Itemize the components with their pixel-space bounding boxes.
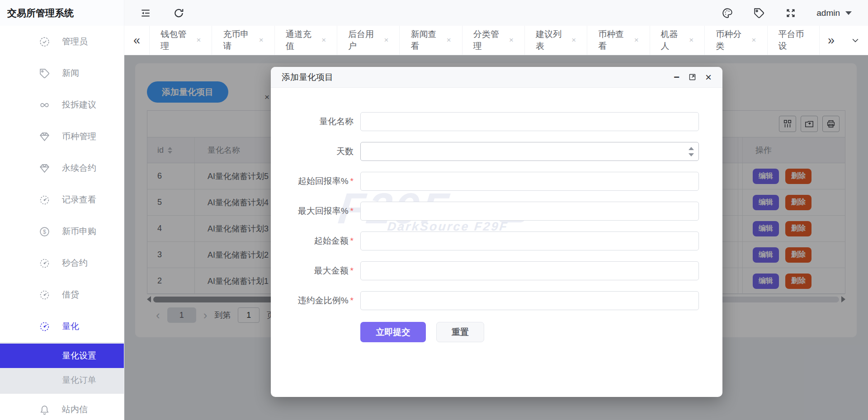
- step-down-icon: [689, 153, 694, 156]
- tab-close-icon[interactable]: ×: [634, 36, 639, 45]
- tab-deposit-apply[interactable]: 充币申请×: [212, 26, 274, 55]
- tab-backend-users[interactable]: 后台用户×: [337, 26, 400, 55]
- days-input[interactable]: [360, 142, 699, 161]
- sidebar-item-label: 量化: [62, 321, 79, 332]
- sidebar-item-label: 新闻: [62, 67, 79, 79]
- tab-close-icon[interactable]: ×: [259, 36, 264, 45]
- user-name: admin: [816, 8, 840, 18]
- form-row-penalty-ratio: 违约金比例%*: [271, 291, 722, 310]
- tab-close-icon[interactable]: ×: [384, 36, 388, 45]
- gauge-icon: [39, 289, 50, 301]
- tab-coin-category[interactable]: 币种分类×: [705, 26, 767, 55]
- form-row-start-amount: 起始金额*: [271, 231, 722, 250]
- bell-icon: [39, 404, 50, 415]
- form-row-quant-name: 量化名称*: [271, 112, 722, 131]
- tab-category-mgmt[interactable]: 分类管理×: [462, 26, 525, 55]
- sidebar-item-new-coin[interactable]: $ 新币申购: [0, 216, 124, 247]
- sidebar-item-coin-mgmt[interactable]: 币种管理: [0, 121, 124, 152]
- sidebar-item-label: 新币申购: [62, 226, 96, 237]
- tab-close-icon[interactable]: ×: [689, 36, 693, 45]
- tab-close-icon[interactable]: ×: [571, 36, 576, 45]
- submit-button[interactable]: 立即提交: [360, 322, 426, 342]
- tab-close-icon[interactable]: ×: [509, 36, 514, 45]
- svg-text:$: $: [43, 229, 46, 235]
- theme-palette-icon[interactable]: [722, 7, 733, 19]
- app-logo: 交易所管理系统: [0, 0, 124, 26]
- submenu-item-quant-settings[interactable]: 量化设置: [0, 344, 124, 368]
- sidebar: 交易所管理系统 管理员 新闻 投拆建议 币种管理 永续合约 记录查看 $ 新币申…: [0, 0, 124, 420]
- field-label: 天数: [336, 146, 354, 156]
- gauge-icon: [39, 321, 50, 332]
- tabs-scroll-left-icon[interactable]: «: [124, 26, 150, 55]
- collapse-sidebar-icon[interactable]: [140, 7, 151, 19]
- refresh-icon[interactable]: [173, 7, 185, 19]
- field-label: 最大金额: [314, 266, 349, 275]
- minimize-icon[interactable]: −: [674, 74, 679, 81]
- sidebar-item-label: 借贷: [62, 289, 79, 301]
- gem-icon: [39, 163, 50, 174]
- sidebar-item-site-mail[interactable]: 站内信: [0, 394, 124, 420]
- tab-platform-coin[interactable]: 平台币设: [768, 26, 820, 55]
- sidebar-item-news[interactable]: 新闻: [0, 57, 124, 89]
- sidebar-item-perpetual[interactable]: 永续合约: [0, 152, 124, 184]
- gem-icon: [39, 131, 50, 142]
- user-menu[interactable]: admin: [816, 8, 852, 18]
- tabs-scroll-right-icon[interactable]: »: [820, 26, 843, 55]
- tab-close-icon[interactable]: ×: [752, 36, 756, 45]
- tab-robot[interactable]: 机器人×: [650, 26, 705, 55]
- gauge-icon: [39, 194, 50, 206]
- field-label: 起始回报率%: [298, 176, 349, 186]
- top-header: admin: [124, 0, 868, 26]
- badge-check-icon: [39, 36, 50, 47]
- tab-coin-view[interactable]: 币种查看×: [587, 26, 650, 55]
- tab-wallet-mgmt[interactable]: 钱包管理×: [150, 26, 212, 55]
- fullscreen-icon[interactable]: [785, 7, 797, 19]
- maximize-icon[interactable]: [689, 73, 696, 81]
- sidebar-item-label: 管理员: [62, 36, 88, 47]
- start-return-rate-input[interactable]: [360, 172, 699, 191]
- sidebar-item-label: 秒合约: [62, 257, 88, 269]
- tab-bar: « 钱包管理× 充币申请× 通道充值× 后台用户× 新闻查看× 分类管理× 建议…: [124, 26, 868, 55]
- quant-submenu: 量化设置 量化订单: [0, 342, 124, 394]
- modal-title: 添加量化项目: [282, 71, 333, 83]
- add-quant-project-modal: 添加量化项目 − × F29F DarkSource F29F 量化名称* 天数…: [271, 67, 722, 397]
- tag-icon[interactable]: [753, 7, 765, 19]
- field-label: 违约金比例%: [298, 296, 349, 305]
- max-amount-input[interactable]: [360, 261, 699, 280]
- sidebar-item-quant[interactable]: 量化: [0, 311, 124, 342]
- sidebar-item-records[interactable]: 记录查看: [0, 184, 124, 216]
- penalty-ratio-input[interactable]: [360, 291, 699, 310]
- form-row-start-return: 起始回报率%*: [271, 172, 722, 191]
- chevron-down-icon: [845, 11, 852, 15]
- dollar-icon: $: [39, 226, 50, 237]
- close-icon[interactable]: ×: [705, 73, 712, 81]
- link-icon: [39, 99, 50, 111]
- start-amount-input[interactable]: [360, 231, 699, 250]
- sidebar-item-label: 永续合约: [62, 162, 96, 174]
- tab-close-icon[interactable]: ×: [447, 36, 451, 45]
- field-label: 起始金额: [314, 236, 349, 245]
- sidebar-item-suggestions[interactable]: 投拆建议: [0, 89, 124, 121]
- field-label: 量化名称: [319, 117, 354, 126]
- sidebar-item-second-contract[interactable]: 秒合约: [0, 247, 124, 279]
- tab-close-icon[interactable]: ×: [321, 36, 326, 45]
- tab-news-view[interactable]: 新闻查看×: [400, 26, 462, 55]
- tab-suggestion-list[interactable]: 建议列表×: [525, 26, 587, 55]
- tab-channel-recharge[interactable]: 通道充值×: [275, 26, 337, 55]
- sidebar-item-label: 站内信: [62, 404, 88, 415]
- quant-name-input[interactable]: [360, 112, 699, 131]
- tab-close-icon[interactable]: ×: [197, 36, 201, 45]
- max-return-rate-input[interactable]: [360, 202, 699, 221]
- reset-button[interactable]: 重置: [436, 322, 484, 342]
- tag-icon: [39, 68, 50, 79]
- step-up-icon: [689, 147, 694, 150]
- number-stepper[interactable]: [688, 142, 695, 161]
- modal-body: F29F DarkSource F29F 量化名称* 天数* 起始回报率%* 最…: [271, 88, 722, 397]
- submenu-item-quant-orders[interactable]: 量化订单: [0, 368, 124, 392]
- sidebar-item-admin[interactable]: 管理员: [0, 26, 124, 57]
- form-row-max-return: 最大回报率%*: [271, 202, 722, 221]
- sidebar-item-lending[interactable]: 借贷: [0, 279, 124, 311]
- tabs-dropdown-icon[interactable]: [843, 26, 868, 55]
- modal-header: 添加量化项目 − ×: [271, 67, 722, 88]
- form-row-max-amount: 最大金额*: [271, 261, 722, 280]
